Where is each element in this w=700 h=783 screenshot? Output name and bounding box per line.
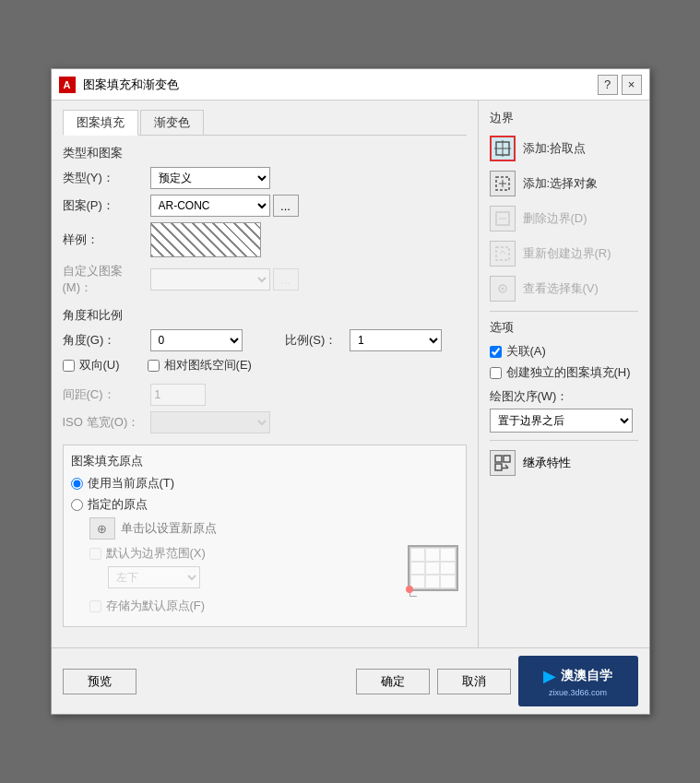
view-selection-label: 查看选择集(V) — [523, 280, 599, 297]
relative-checkbox[interactable] — [148, 360, 160, 372]
iso-select — [150, 411, 270, 433]
default-boundary-checkbox — [89, 548, 101, 560]
scale-select[interactable]: 1 — [350, 329, 442, 351]
default-boundary-label: 默认为边界范围(X) — [106, 545, 206, 562]
use-current-radio[interactable] — [71, 478, 83, 490]
angle-scale-row: 角度(G)： 0 比例(S)： 1 — [63, 329, 467, 351]
relative-row: 相对图纸空间(E) — [148, 357, 252, 374]
store-default-label: 存储为默认原点(F) — [106, 598, 206, 614]
sample-preview — [150, 222, 261, 257]
recreate-border-label: 重新创建边界(R) — [523, 245, 611, 262]
origin-grid-icon — [408, 545, 458, 591]
watermark-logo: ▶ 澳澳自学 zixue.3d66.com — [518, 656, 638, 706]
angle-label: 角度(G)： — [63, 332, 150, 349]
store-default-row: 存储为默认原点(F) — [89, 598, 458, 614]
custom-pattern-select — [150, 268, 270, 291]
tab-bar: 图案填充 渐变色 — [63, 110, 467, 136]
app-icon: A — [59, 77, 76, 93]
spacing-label: 间距(C)： — [63, 386, 150, 403]
position-row: 左下 — [108, 566, 398, 588]
type-control: 预定义 用户定义 自定义 — [150, 167, 467, 189]
remove-icon-svg — [494, 210, 511, 227]
spacing-row: 间距(C)： 1 — [63, 384, 467, 406]
type-pattern-title: 类型和图案 — [63, 145, 467, 161]
help-button[interactable]: ? — [598, 75, 618, 95]
relative-label: 相对图纸空间(E) — [164, 357, 252, 374]
create-independent-label: 创建独立的图案填充(H) — [506, 364, 631, 381]
border-title: 边界 — [490, 110, 638, 126]
remove-border-label: 删除边界(D) — [523, 210, 587, 227]
logo-play-icon: ▶ — [543, 666, 556, 686]
default-boundary-row: 默认为边界范围(X) — [89, 545, 398, 562]
angle-scale-title: 角度和比例 — [63, 307, 467, 324]
view-icon — [490, 276, 516, 302]
custom-pattern-control: ... — [150, 268, 467, 291]
svg-rect-8 — [496, 247, 509, 260]
logo-sub: zixue.3d66.com — [549, 688, 607, 697]
associate-label: 关联(A) — [506, 343, 546, 360]
add-pick-icon — [490, 136, 516, 161]
ok-button[interactable]: 确定 — [356, 669, 430, 694]
close-button[interactable]: × — [622, 75, 642, 95]
click-set-row: ⊕ 单击以设置新原点 — [89, 517, 458, 540]
pattern-label: 图案(P)： — [63, 197, 150, 214]
create-independent-checkbox[interactable] — [490, 367, 502, 379]
origin-title: 图案填充原点 — [71, 453, 458, 469]
main-dialog: A 图案填充和渐变色 ? × 图案填充 渐变色 类型和图案 — [51, 68, 650, 715]
left-panel: 图案填充 渐变色 类型和图案 类型(Y)： 预定义 用户定义 自定义 — [52, 101, 479, 647]
cancel-button[interactable]: 取消 — [437, 669, 511, 694]
custom-pattern-browse-button: ... — [273, 268, 299, 291]
create-independent-row: 创建独立的图案填充(H) — [490, 364, 638, 381]
recreate-svg — [494, 245, 511, 262]
pattern-select[interactable]: AR-CONC — [150, 195, 270, 217]
use-current-label: 使用当前原点(T) — [88, 475, 175, 492]
pattern-browse-button[interactable]: ... — [273, 195, 299, 217]
draw-order-select[interactable]: 置于边界之后 置于边界之前 置于所有对象之后 置于所有对象之前 — [490, 409, 633, 433]
dialog-body: 图案填充 渐变色 类型和图案 类型(Y)： 预定义 用户定义 自定义 — [52, 101, 649, 647]
svg-rect-12 — [504, 456, 510, 462]
angle-select[interactable]: 0 — [150, 329, 243, 351]
recreate-border-button: 重新创建边界(R) — [490, 239, 638, 268]
preview-button[interactable]: 预览 — [63, 669, 136, 694]
svg-rect-13 — [495, 464, 502, 470]
add-select-label: 添加:选择对象 — [523, 175, 599, 192]
inherit-svg — [494, 455, 511, 471]
remove-border-button: 删除边界(D) — [490, 204, 638, 233]
bottom-bar: 预览 确定 取消 ▶ 澳澳自学 zixue.3d66.com — [52, 647, 649, 714]
pattern-row: 图案(P)： AR-CONC ... — [63, 195, 467, 217]
select-icon-svg — [494, 175, 511, 192]
type-row: 类型(Y)： 预定义 用户定义 自定义 — [63, 167, 467, 189]
inherit-properties-button[interactable]: 继承特性 — [490, 450, 638, 476]
sample-label: 样例： — [63, 231, 150, 248]
options-section: 选项 关联(A) 创建独立的图案填充(H) 绘图次序(W)： 置于边界之后 置 — [490, 319, 638, 433]
iso-control — [150, 411, 467, 433]
bidirectional-checkbox[interactable] — [63, 360, 75, 372]
inherit-label: 继承特性 — [523, 455, 571, 471]
divider-1 — [490, 311, 638, 312]
specify-label: 指定的原点 — [88, 496, 148, 513]
pick-point-svg — [494, 140, 511, 157]
iso-row: ISO 笔宽(O)： — [63, 411, 467, 433]
custom-pattern-label: 自定义图案(M)： — [63, 263, 150, 296]
add-select-object-button[interactable]: 添加:选择对象 — [490, 169, 638, 198]
scale-control: 1 — [350, 329, 467, 351]
logo-top: ▶ 澳澳自学 — [543, 666, 612, 686]
draw-order-title: 绘图次序(W)： — [490, 388, 638, 405]
type-select[interactable]: 预定义 用户定义 自定义 — [150, 167, 270, 189]
store-default-checkbox — [89, 600, 101, 612]
iso-label: ISO 笔宽(O)： — [63, 414, 150, 431]
tab-hatch[interactable]: 图案填充 — [63, 110, 138, 136]
title-bar: A 图案填充和渐变色 ? × — [52, 69, 649, 101]
specify-origin-row: 指定的原点 — [71, 496, 458, 513]
associate-checkbox[interactable] — [490, 346, 502, 358]
add-select-icon — [490, 171, 516, 196]
scale-label: 比例(S)： — [285, 332, 350, 349]
spacing-input[interactable]: 1 — [150, 384, 206, 406]
divider-2 — [490, 440, 638, 441]
sample-row: 样例： — [63, 222, 467, 257]
tab-gradient[interactable]: 渐变色 — [140, 110, 204, 135]
add-pick-point-button[interactable]: 添加:拾取点 — [490, 134, 638, 163]
type-label: 类型(Y)： — [63, 170, 150, 186]
logo-title: 澳澳自学 — [561, 668, 612, 684]
specify-radio[interactable] — [71, 499, 83, 511]
